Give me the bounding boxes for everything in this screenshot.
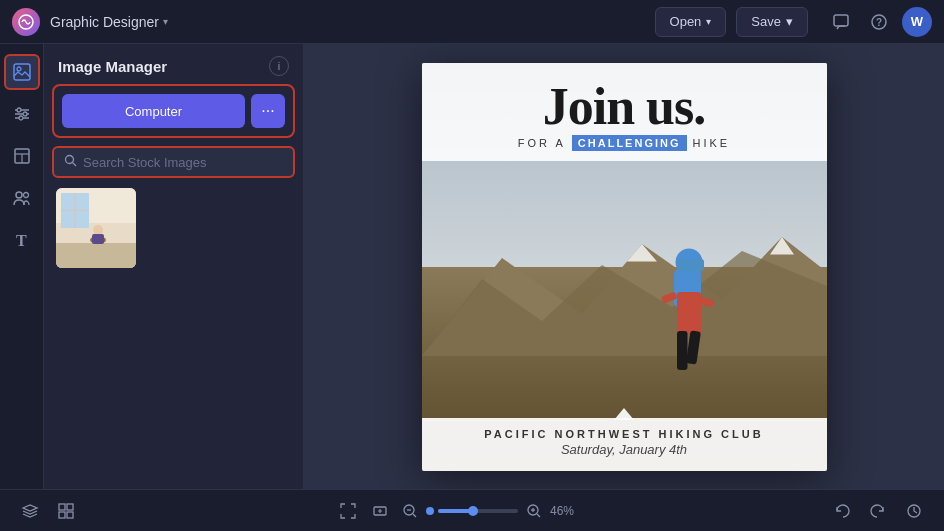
panel-upload-section: Computer ··· bbox=[52, 84, 295, 138]
panel-images-grid bbox=[44, 178, 303, 278]
svg-point-11 bbox=[19, 116, 23, 120]
poster-subtitle: FOR A CHALLENGING HIKE bbox=[442, 135, 807, 151]
svg-point-18 bbox=[66, 156, 74, 164]
zoom-in-button[interactable] bbox=[522, 499, 546, 523]
image-thumbnail[interactable] bbox=[56, 188, 136, 268]
svg-rect-29 bbox=[92, 234, 104, 244]
poster-triangle bbox=[614, 408, 634, 420]
search-input[interactable] bbox=[83, 155, 283, 170]
rail-item-people[interactable] bbox=[4, 180, 40, 216]
canvas-wrapper: Join us. FOR A CHALLENGING HIKE bbox=[422, 63, 827, 471]
poster-mountains bbox=[422, 216, 827, 356]
svg-text:T: T bbox=[16, 232, 27, 249]
hiker-figure bbox=[647, 217, 737, 397]
poster-top-text: Join us. FOR A CHALLENGING HIKE bbox=[422, 63, 827, 161]
bottom-toolbar: 46% bbox=[0, 489, 944, 531]
svg-point-5 bbox=[17, 67, 21, 71]
help-icon[interactable]: ? bbox=[864, 7, 894, 37]
zoom-slider-fill bbox=[438, 509, 470, 513]
svg-point-16 bbox=[23, 193, 28, 198]
panel-title: Image Manager bbox=[58, 58, 167, 75]
svg-point-10 bbox=[23, 112, 27, 116]
app-logo[interactable] bbox=[12, 8, 40, 36]
zoom-slider-thumb bbox=[468, 506, 478, 516]
rail-item-filters[interactable] bbox=[4, 96, 40, 132]
svg-rect-37 bbox=[677, 331, 688, 370]
svg-rect-42 bbox=[59, 504, 65, 510]
svg-rect-35 bbox=[677, 292, 701, 334]
rail-item-layout[interactable] bbox=[4, 138, 40, 174]
panel: Image Manager i Computer ··· bbox=[44, 44, 304, 489]
svg-rect-43 bbox=[67, 504, 73, 510]
zoom-slider[interactable] bbox=[438, 509, 518, 513]
zoom-dot bbox=[426, 507, 434, 515]
aspect-ratio-icon[interactable] bbox=[366, 497, 394, 525]
panel-header: Image Manager i bbox=[44, 44, 303, 84]
svg-rect-41 bbox=[677, 259, 704, 271]
panel-info-icon[interactable]: i bbox=[269, 56, 289, 76]
rail-item-image-manager[interactable] bbox=[4, 54, 40, 90]
svg-line-19 bbox=[73, 163, 77, 167]
svg-point-9 bbox=[17, 108, 21, 112]
history-button[interactable] bbox=[900, 497, 928, 525]
search-stock-images-row[interactable] bbox=[52, 146, 295, 178]
project-name: Graphic Designer bbox=[50, 14, 159, 30]
layers-icon[interactable] bbox=[16, 497, 44, 525]
svg-point-15 bbox=[16, 192, 22, 198]
svg-rect-26 bbox=[56, 243, 136, 268]
poster-highlight: CHALLENGING bbox=[572, 135, 687, 151]
undo-button[interactable] bbox=[828, 497, 856, 525]
chevron-down-icon: ▾ bbox=[163, 16, 168, 27]
chevron-down-icon: ▾ bbox=[786, 14, 793, 29]
poster-bottom: PACIFIC NORTHWEST HIKING CLUB Saturday, … bbox=[422, 418, 827, 471]
svg-text:?: ? bbox=[876, 17, 882, 28]
svg-rect-44 bbox=[59, 512, 65, 518]
fit-to-screen-icon[interactable] bbox=[334, 497, 362, 525]
project-selector[interactable]: Graphic Designer ▾ bbox=[50, 14, 168, 30]
subtitle-pre: FOR A bbox=[518, 137, 566, 149]
svg-rect-1 bbox=[834, 15, 848, 26]
svg-line-48 bbox=[413, 514, 416, 517]
toolbar-center: 46% bbox=[334, 497, 574, 525]
canvas-area: Join us. FOR A CHALLENGING HIKE bbox=[304, 44, 944, 489]
search-icon bbox=[64, 154, 77, 170]
redo-button[interactable] bbox=[864, 497, 892, 525]
save-button[interactable]: Save ▾ bbox=[736, 7, 808, 37]
grid-icon[interactable] bbox=[52, 497, 80, 525]
icon-rail: T bbox=[0, 44, 44, 489]
svg-line-51 bbox=[537, 514, 540, 517]
open-button[interactable]: Open ▾ bbox=[655, 7, 727, 37]
rail-item-text[interactable]: T bbox=[4, 222, 40, 258]
zoom-out-button[interactable] bbox=[398, 499, 422, 523]
chevron-down-icon: ▾ bbox=[706, 16, 711, 27]
topbar: Graphic Designer ▾ Open ▾ Save ▾ ? W bbox=[0, 0, 944, 44]
subtitle-post: HIKE bbox=[693, 137, 731, 149]
poster-date: Saturday, January 4th bbox=[432, 442, 817, 457]
poster: Join us. FOR A CHALLENGING HIKE bbox=[422, 63, 827, 471]
computer-button[interactable]: Computer bbox=[62, 94, 245, 128]
poster-club-name: PACIFIC NORTHWEST HIKING CLUB bbox=[432, 428, 817, 440]
chat-icon[interactable] bbox=[826, 7, 856, 37]
zoom-percentage: 46% bbox=[550, 504, 574, 518]
poster-join-text: Join us. bbox=[442, 81, 807, 133]
svg-rect-45 bbox=[67, 512, 73, 518]
toolbar-left bbox=[16, 497, 80, 525]
toolbar-right bbox=[828, 497, 928, 525]
more-options-button[interactable]: ··· bbox=[251, 94, 285, 128]
svg-rect-4 bbox=[14, 64, 30, 80]
svg-point-28 bbox=[93, 225, 103, 235]
main-area: T Image Manager i Computer ··· bbox=[0, 44, 944, 489]
user-avatar[interactable]: W bbox=[902, 7, 932, 37]
svg-rect-38 bbox=[686, 330, 701, 364]
